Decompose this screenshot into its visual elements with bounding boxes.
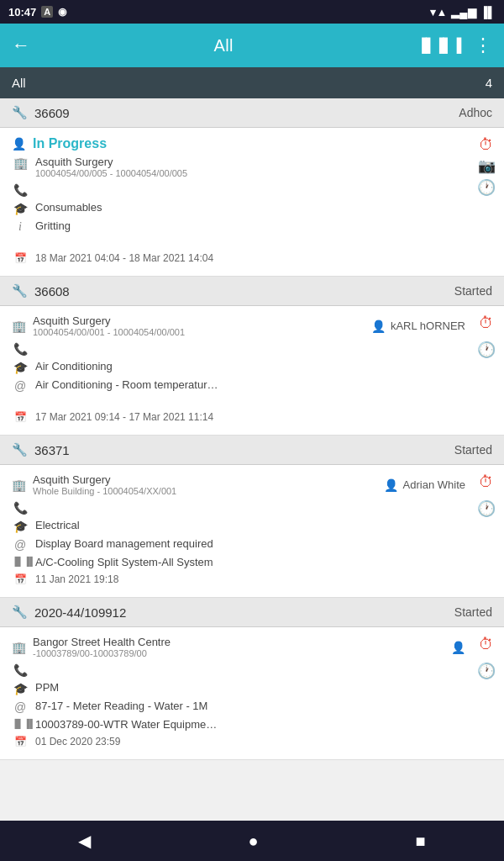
calendar-icon-2: 📅 bbox=[12, 411, 29, 423]
person-icon-1: 👤 bbox=[12, 137, 26, 151]
work-order-2: 🔧 36608 Started 🏢 Asquith Surgery 100040… bbox=[0, 277, 504, 436]
notif-a-icon: A bbox=[41, 6, 53, 18]
app-bar: ← All ▐▌▐▌▐ ⋮ bbox=[0, 24, 504, 67]
square-nav-button[interactable]: ■ bbox=[415, 832, 425, 851]
section-label: All bbox=[12, 76, 26, 90]
status-bar-left: 10:47 A ◉ bbox=[8, 6, 66, 18]
wo2-building-header: 🏢 Asquith Surgery 10004054/00/001 - 1000… bbox=[0, 311, 477, 339]
wo2-phone-row: 📞 bbox=[0, 339, 477, 357]
clock-blue-icon-1[interactable]: 🕐 bbox=[477, 178, 496, 197]
wo4-category-row: 🎓 PPM bbox=[0, 679, 477, 697]
wo2-side-icons: ⏱ 🕐 bbox=[477, 311, 504, 408]
wo3-id: 🔧 36371 bbox=[12, 442, 70, 457]
wrench-icon-1: 🔧 bbox=[12, 105, 28, 120]
wo4-body: 🏢 Bangor Street Health Centre -10003789/… bbox=[0, 627, 504, 760]
phone-icon-2: 📞 bbox=[12, 342, 29, 356]
app-bar-title: All bbox=[214, 36, 234, 55]
clock-blue-icon-2[interactable]: 🕐 bbox=[477, 341, 496, 359]
bottom-nav: ◀ ● ■ bbox=[0, 821, 504, 852]
at-icon-4: @ bbox=[12, 700, 29, 714]
wo1-header[interactable]: 🔧 36609 Adhoc bbox=[0, 98, 504, 128]
wo2-info-row: @ Air Conditioning - Room temperatur… bbox=[0, 376, 477, 394]
clock-blue-icon-3[interactable]: 🕐 bbox=[477, 499, 496, 518]
wo1-date-row: 📅 18 Mar 2021 04:04 - 18 Mar 2021 14:04 bbox=[0, 249, 504, 267]
wo3-side-icons: ⏱ 🕐 bbox=[477, 470, 504, 570]
status-bar-right: ▾▲ ▂▄▆ ▐▌ bbox=[430, 6, 496, 18]
clock-blue-icon-4[interactable]: 🕐 bbox=[477, 662, 496, 680]
wo1-category-row: 🎓 Consumables bbox=[0, 198, 477, 217]
building-icon-3: 🏢 bbox=[12, 478, 26, 492]
camera-icon-1[interactable]: 📷 bbox=[478, 157, 496, 175]
notif-b-icon: ◉ bbox=[58, 6, 66, 18]
wo3-building-header: 🏢 Asquith Surgery Whole Building - 10004… bbox=[0, 470, 477, 498]
section-header: All 4 bbox=[0, 67, 504, 98]
wo3-phone-row: 📞 bbox=[0, 498, 477, 516]
back-button[interactable]: ← bbox=[12, 34, 30, 56]
wo2-category-row: 🎓 Air Conditioning bbox=[0, 357, 477, 376]
phone-icon-3: 📞 bbox=[12, 501, 29, 515]
wo4-side-icons: ⏱ 🕐 bbox=[477, 632, 504, 732]
home-nav-button[interactable]: ● bbox=[248, 832, 258, 851]
wo4-building-header: 🏢 Bangor Street Health Centre -10003789/… bbox=[0, 632, 477, 660]
wrench-icon-4: 🔧 bbox=[12, 605, 28, 620]
status-bar: 10:47 A ◉ ▾▲ ▂▄▆ ▐▌ bbox=[0, 0, 504, 24]
clock-red-icon-2[interactable]: ⏱ bbox=[479, 314, 494, 332]
work-order-1: 🔧 36609 Adhoc 👤 In Progress 🏢 bbox=[0, 98, 504, 277]
phone-icon-4: 📞 bbox=[12, 663, 29, 677]
category-icon-4: 🎓 bbox=[12, 682, 29, 695]
clock-red-icon-3[interactable]: ⏱ bbox=[479, 473, 494, 491]
barcode-icon-4: ▐▌▐▌ bbox=[12, 719, 29, 728]
phone-icon-1: 📞 bbox=[12, 183, 29, 197]
work-order-4: 🔧 2020-44/109912 Started 🏢 Bangor Street… bbox=[0, 598, 504, 760]
wo1-status: Adhoc bbox=[459, 106, 492, 119]
wo4-date-row: 📅 01 Dec 2020 23:59 bbox=[0, 732, 504, 751]
calendar-icon-1: 📅 bbox=[12, 252, 29, 264]
clock-red-icon-4[interactable]: ⏱ bbox=[479, 636, 494, 653]
clock-red-icon-1[interactable]: ⏱ bbox=[479, 136, 494, 154]
category-icon-1: 🎓 bbox=[12, 202, 29, 215]
info-icon-1: i bbox=[12, 220, 29, 234]
wo1-barcode bbox=[0, 235, 477, 249]
building-icon-2: 🏢 bbox=[12, 320, 26, 333]
wo1-info-row: i Gritting bbox=[0, 217, 477, 235]
wo2-body: 🏢 Asquith Surgery 10004054/00/001 - 1000… bbox=[0, 306, 504, 436]
wo3-body: 🏢 Asquith Surgery Whole Building - 10004… bbox=[0, 465, 504, 598]
wo4-barcode-row: ▐▌▐▌ 10003789-00-WTR Water Equipme… bbox=[0, 716, 477, 732]
wo1-progress-row: 👤 In Progress bbox=[0, 133, 477, 153]
person-icon-2: 👤 bbox=[371, 320, 386, 333]
wo3-info-row: @ Display Board management required bbox=[0, 535, 477, 553]
category-icon-2: 🎓 bbox=[12, 361, 29, 374]
work-order-3: 🔧 36371 Started 🏢 Asquith Surgery Whole … bbox=[0, 436, 504, 598]
wrench-icon-2: 🔧 bbox=[12, 283, 28, 298]
content-scroll: 🔧 36609 Adhoc 👤 In Progress 🏢 bbox=[0, 98, 504, 852]
wo4-phone-row: 📞 bbox=[0, 660, 477, 679]
status-time: 10:47 bbox=[8, 6, 36, 18]
wifi-icon: ▾▲ bbox=[430, 6, 447, 18]
wo3-date-row: 📅 11 Jan 2021 19:18 bbox=[0, 570, 504, 589]
wo4-header[interactable]: 🔧 2020-44/109912 Started bbox=[0, 598, 504, 627]
back-nav-button[interactable]: ◀ bbox=[78, 831, 91, 851]
wo1-body: 👤 In Progress 🏢 Asquith Surgery 10004054… bbox=[0, 128, 504, 277]
wo4-info-row: @ 87-17 - Meter Reading - Water - 1M bbox=[0, 697, 477, 716]
wo1-side-icons: ⏱ 📷 🕐 bbox=[477, 133, 504, 249]
barcode-icon[interactable]: ▐▌▐▌▐ bbox=[417, 38, 460, 53]
wo2-barcode bbox=[0, 394, 477, 408]
at-icon-3: @ bbox=[12, 538, 29, 552]
wo3-status: Started bbox=[454, 443, 492, 457]
building-icon-1: 🏢 bbox=[12, 156, 29, 170]
section-count: 4 bbox=[486, 76, 492, 90]
barcode-icon-3: ▐▌▐▌ bbox=[12, 557, 29, 566]
wo1-phone-row: 📞 bbox=[0, 180, 477, 198]
wo3-header[interactable]: 🔧 36371 Started bbox=[0, 436, 504, 465]
battery-icon: ▐▌ bbox=[480, 6, 496, 18]
building-icon-4: 🏢 bbox=[12, 641, 26, 654]
wo2-status: Started bbox=[454, 284, 492, 298]
calendar-icon-4: 📅 bbox=[12, 736, 29, 747]
person-icon-4: 👤 bbox=[451, 641, 465, 654]
menu-icon[interactable]: ⋮ bbox=[474, 34, 492, 56]
wo2-header[interactable]: 🔧 36608 Started bbox=[0, 277, 504, 306]
wo1-id: 🔧 36609 bbox=[12, 105, 70, 120]
wo3-category-row: 🎓 Electrical bbox=[0, 516, 477, 535]
wo4-status: Started bbox=[454, 605, 492, 619]
person-icon-3: 👤 bbox=[384, 478, 398, 492]
